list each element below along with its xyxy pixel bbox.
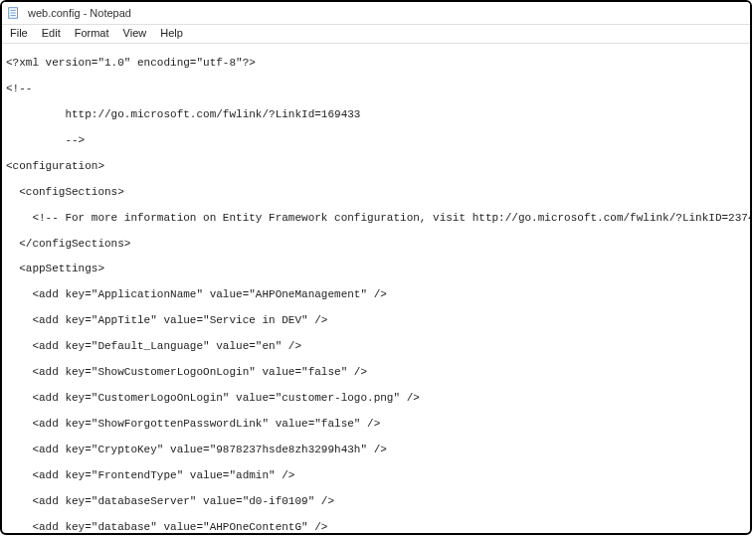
- notepad-icon: [6, 5, 22, 21]
- menu-bar: File Edit Format View Help: [2, 25, 750, 44]
- title-bar: web.config - Notepad: [2, 2, 750, 25]
- code-line: http://go.microsoft.com/fwlink/?LinkId=1…: [6, 108, 746, 121]
- code-line: <!--: [6, 83, 746, 95]
- code-line: <configSections>: [6, 186, 746, 199]
- app-window: web.config - Notepad File Edit Format Vi…: [0, 0, 752, 535]
- code-line: <appSettings>: [6, 263, 746, 275]
- code-line: </configSections>: [6, 238, 746, 251]
- text-area[interactable]: <?xml version="1.0" encoding="utf-8"?> <…: [2, 44, 750, 535]
- code-line: <add key="Default_Language" value="en" /…: [6, 340, 746, 353]
- code-line: <configuration>: [6, 160, 746, 173]
- menu-file[interactable]: File: [10, 27, 28, 39]
- menu-view[interactable]: View: [123, 27, 147, 39]
- code-line: <add key="databaseServer" value="d0-if01…: [6, 495, 746, 508]
- code-line: <add key="CustomerLogoOnLogin" value="cu…: [6, 392, 746, 405]
- menu-edit[interactable]: Edit: [42, 27, 61, 39]
- code-line: <add key="ShowForgottenPasswordLink" val…: [6, 418, 746, 431]
- code-line: <add key="ShowCustomerLogoOnLogin" value…: [6, 366, 746, 379]
- window-title: web.config - Notepad: [28, 7, 131, 19]
- code-line: <add key="database" value="AHPOneContent…: [6, 521, 746, 534]
- code-line: -->: [6, 134, 746, 147]
- code-line: <add key="FrontendType" value="admin" />: [6, 469, 746, 482]
- code-line: <!-- For more information on Entity Fram…: [6, 212, 746, 225]
- code-line: <add key="CryptoKey" value="9878237hsde8…: [6, 444, 746, 456]
- code-line: <add key="AppTitle" value="Service in DE…: [6, 314, 746, 327]
- menu-help[interactable]: Help: [160, 27, 183, 39]
- code-line: <?xml version="1.0" encoding="utf-8"?>: [6, 57, 746, 70]
- menu-format[interactable]: Format: [75, 27, 109, 39]
- code-line: <add key="ApplicationName" value="AHPOne…: [6, 288, 746, 301]
